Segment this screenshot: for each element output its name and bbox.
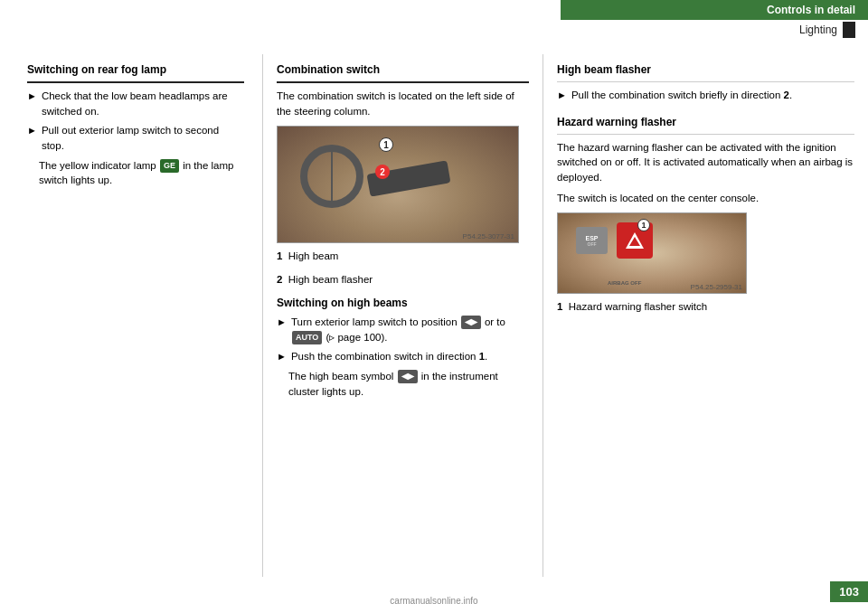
page-container: Controls in detail Lighting Switching on… [0, 0, 868, 613]
mid-arrow-2: ► [277, 350, 287, 364]
mid-bullet-1-text: Turn exterior lamp switch to position ◀▶… [291, 315, 529, 344]
caption-2: 2 High beam flasher [277, 272, 529, 288]
left-section-title: Switching on rear fog lamp [27, 63, 244, 76]
main-content: Switching on rear fog lamp ► Check that … [0, 54, 868, 577]
mid-bullet-2-text: Push the combination switch in direction… [291, 349, 487, 364]
page-number: 103 [839, 585, 859, 599]
right-divider-2 [557, 134, 854, 135]
ge-icon-badge: GE [160, 159, 179, 173]
right-bullet-1: ► Pull the combination switch briefly in… [557, 88, 854, 103]
steering-wheel-graphic [300, 145, 363, 208]
hazard-triangle-icon [626, 232, 644, 249]
bullet-arrow-2: ► [27, 124, 37, 153]
caption-1: 1 High beam [277, 249, 529, 264]
lighting-bar: Lighting [561, 20, 868, 40]
hazard-caption-1-text: Hazard warning flasher switch [569, 301, 707, 312]
mid-divider [277, 81, 529, 83]
direction-2-label: 2 [783, 90, 788, 100]
esp-button-graphic: ESP OFF [576, 227, 608, 254]
position-icon: ◀▶ [461, 316, 481, 329]
caption-2-text: High beam flasher [288, 274, 373, 285]
left-bullet-2-text: Pull out exterior lamp switch to second … [42, 123, 244, 153]
hazard-interior-bg: ESP OFF AIRBAG OFF 1 [558, 213, 746, 293]
right-column: High beam flasher ► Pull the combination… [542, 54, 868, 577]
controls-detail-label: Controls in detail [767, 4, 855, 16]
page-number-box: 103 [830, 581, 868, 602]
bullet-arrow-1: ► [27, 90, 37, 118]
right-text1: The hazard warning flasher can be activa… [557, 140, 854, 185]
caption-2-num: 2 [277, 274, 282, 285]
hazard-caption-1: 1 Hazard warning flasher switch [557, 299, 854, 315]
header-bar: Controls in detail Lighting [506, 0, 868, 40]
switching-title: Switching on high beams [277, 297, 529, 309]
callout-1-badge: 1 [379, 137, 393, 152]
car-interior-bg: 1 2 [278, 127, 518, 242]
lighting-label: Lighting [799, 24, 837, 36]
right-text2: The switch is located on the center cons… [557, 191, 854, 206]
left-indent-text: The yellow indicator lamp GE in the lamp… [39, 158, 244, 188]
mid-bullet-1: ► Turn exterior lamp switch to position … [277, 315, 529, 344]
high-beam-symbol: ◀▶ [398, 370, 418, 383]
watermark: carmanualsonline.info [390, 596, 477, 606]
controls-detail-bar: Controls in detail [561, 0, 868, 20]
hazard-warning-image: ESP OFF AIRBAG OFF 1 P54.25-2959-31 [557, 212, 747, 294]
caption-1-text: High beam [288, 250, 339, 261]
hazard-caption-1-num: 1 [557, 301, 562, 312]
lighting-black-indicator [843, 22, 855, 38]
left-column: Switching on rear fog lamp ► Check that … [0, 54, 262, 577]
right-bullet-1-text: Pull the combination switch briefly in d… [571, 88, 792, 103]
direction-1-label: 1 [479, 351, 485, 362]
left-bullet-2: ► Pull out exterior lamp switch to secon… [27, 123, 244, 153]
mid-bullet-2: ► Push the combination switch in directi… [277, 349, 529, 364]
airbag-label: AIRBAG OFF [608, 280, 641, 286]
auto-icon: AUTO [292, 331, 322, 344]
caption-1-num: 1 [277, 250, 282, 261]
steering-column-image: 1 2 P54.25-3077-31 [277, 126, 519, 243]
steering-image-ref: P54.25-3077-31 [463, 232, 514, 240]
left-bullet-1-text: Check that the low beam headlamps are sw… [42, 89, 244, 118]
left-bullet-1: ► Check that the low beam headlamps are … [27, 89, 244, 118]
hazard-image-ref: P54.25-2959-31 [691, 283, 742, 291]
mid-intro-text: The combination switch is located on the… [277, 89, 529, 118]
mid-arrow-1: ► [277, 316, 287, 344]
mid-column: Combination switch The combination switc… [262, 54, 542, 577]
right-arrow-1: ► [557, 89, 567, 103]
right-section1-title: High beam flasher [557, 63, 854, 76]
mid-section-title: Combination switch [277, 63, 529, 76]
right-divider-1 [557, 81, 854, 82]
left-divider [27, 81, 244, 83]
right-section2-title: Hazard warning flasher [557, 116, 854, 128]
mid-indent-text: The high beam symbol ◀▶ in the instrumen… [288, 369, 529, 399]
esp-sub-label: OFF [588, 241, 597, 247]
